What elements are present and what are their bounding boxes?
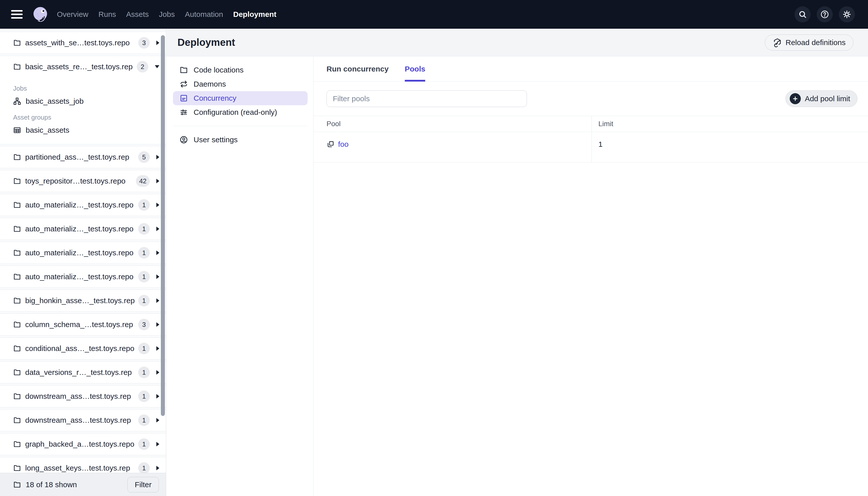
- asset-count-badge: 1: [138, 462, 150, 473]
- chevron-right-icon[interactable]: [156, 418, 159, 422]
- dagster-logo-icon[interactable]: [31, 5, 49, 24]
- nav-jobs[interactable]: Jobs: [159, 10, 175, 19]
- chevron-right-icon[interactable]: [156, 203, 159, 207]
- code-location-row[interactable]: assets_with_se…test.toys.repo 3: [0, 32, 166, 53]
- concurrency-tabs: Run concurrency Pools: [313, 57, 868, 81]
- chevron-right-icon[interactable]: [156, 370, 159, 375]
- concurrency-icon: [179, 94, 188, 103]
- nav-runs[interactable]: Runs: [98, 10, 116, 19]
- code-location-label: downstream_ass…test.toys.rep: [25, 416, 138, 424]
- chevron-right-icon[interactable]: [156, 394, 159, 399]
- primary-nav: Overview Runs Assets Jobs Automation Dep…: [57, 10, 277, 19]
- code-location-row[interactable]: long_asset_keys…test.toys.rep1: [0, 457, 166, 473]
- code-location-row[interactable]: downstream_ass…test.toys.rep1: [0, 409, 166, 431]
- chevron-right-icon[interactable]: [156, 155, 159, 159]
- sidebar-footer: 18 of 18 shown Filter: [0, 473, 166, 496]
- chevron-down-icon[interactable]: [155, 65, 159, 68]
- code-location-list: assets_with_se…test.toys.repo 3 basic_as…: [0, 29, 166, 473]
- nav-item-concurrency[interactable]: Concurrency: [173, 91, 307, 105]
- nav-assets[interactable]: Assets: [126, 10, 149, 19]
- code-location-row[interactable]: auto_materializ…_test.toys.repo1: [0, 194, 166, 216]
- chevron-right-icon[interactable]: [156, 298, 159, 303]
- chevron-right-icon[interactable]: [156, 227, 159, 231]
- asset-groups-section-title: Asset groups: [13, 113, 159, 121]
- code-location-row[interactable]: conditional_ass…_test.toys.repo1: [0, 338, 166, 359]
- daemons-icon: [179, 80, 188, 88]
- code-location-block: big_honkin_asse…_test.toys.rep1: [0, 290, 166, 312]
- code-location-row[interactable]: toys_repositor…test.toys.repo42: [0, 170, 166, 192]
- asset-sidebar: assets_with_se…test.toys.repo 3 basic_as…: [0, 29, 166, 496]
- asset-count-badge: 1: [138, 438, 150, 450]
- code-location-row[interactable]: data_versions_r…_test.toys.rep1: [0, 361, 166, 383]
- filter-button[interactable]: Filter: [127, 477, 159, 493]
- asset-count-badge: 42: [136, 175, 150, 187]
- user-icon: [179, 136, 188, 144]
- code-location-block: long_asset_keys…test.toys.rep1: [0, 457, 166, 473]
- nav-item-code-locations[interactable]: Code locations: [173, 63, 307, 77]
- add-pool-limit-button[interactable]: Add pool limit: [786, 90, 857, 107]
- nav-deployment[interactable]: Deployment: [233, 10, 277, 19]
- layers-icon: [327, 140, 334, 148]
- chevron-right-icon[interactable]: [156, 275, 159, 279]
- code-location-block: auto_materializ…_test.toys.repo1: [0, 266, 166, 288]
- reload-definitions-label: Reload definitions: [786, 38, 846, 47]
- code-location-row[interactable]: graph_backed_a…test.toys.repo1: [0, 433, 166, 455]
- asset-count-badge: 5: [138, 151, 150, 163]
- chevron-right-icon[interactable]: [156, 250, 159, 255]
- chevron-right-icon[interactable]: [156, 322, 159, 327]
- code-location-block: assets_with_se…test.toys.repo 3: [0, 32, 166, 54]
- code-location-row[interactable]: partitioned_ass…_test.toys.rep5: [0, 146, 166, 168]
- filter-pools-input[interactable]: [327, 90, 527, 107]
- folder-icon: [13, 392, 21, 400]
- nav-automation[interactable]: Automation: [185, 10, 223, 19]
- jobs-section-title: Jobs: [13, 84, 159, 92]
- help-button[interactable]: [817, 6, 833, 22]
- pool-link-foo[interactable]: foo: [327, 140, 349, 149]
- job-icon: [13, 97, 21, 105]
- folder-icon: [13, 249, 21, 257]
- code-location-row[interactable]: auto_materializ…_test.toys.repo1: [0, 218, 166, 240]
- code-location-label: toys_repositor…test.toys.repo: [25, 177, 136, 185]
- folder-icon: [13, 273, 21, 281]
- nav-item-configuration[interactable]: Configuration (read-only): [173, 105, 307, 119]
- sidebar-scrollbar[interactable]: [161, 35, 165, 416]
- asset-group-item[interactable]: basic_assets: [13, 123, 159, 137]
- code-location-row[interactable]: big_honkin_asse…_test.toys.rep1: [0, 290, 166, 311]
- pool-limit-value: 1: [591, 132, 868, 162]
- folder-icon: [13, 416, 21, 424]
- nav-item-user-settings[interactable]: User settings: [173, 133, 307, 147]
- add-pool-limit-label: Add pool limit: [805, 94, 850, 103]
- folder-icon: [13, 177, 21, 185]
- folder-icon: [13, 464, 21, 472]
- chevron-right-icon[interactable]: [156, 179, 159, 183]
- nav-item-daemons[interactable]: Daemons: [173, 77, 307, 91]
- tab-pools[interactable]: Pools: [405, 57, 425, 81]
- pool-name: foo: [338, 140, 349, 149]
- code-location-row[interactable]: downstream_ass…test.toys.rep1: [0, 386, 166, 407]
- code-location-block: data_versions_r…_test.toys.rep1: [0, 361, 166, 384]
- code-location-label: auto_materializ…_test.toys.repo: [25, 224, 138, 233]
- search-button[interactable]: [794, 6, 810, 22]
- chevron-right-icon[interactable]: [156, 442, 159, 446]
- folder-icon: [13, 201, 21, 209]
- reload-definitions-button[interactable]: Reload definitions: [765, 34, 854, 51]
- nav-overview[interactable]: Overview: [57, 10, 88, 19]
- asset-group-label: basic_assets: [26, 126, 69, 135]
- hamburger-menu-icon[interactable]: [11, 10, 23, 19]
- job-item[interactable]: basic_assets_job: [13, 94, 159, 108]
- tab-run-concurrency[interactable]: Run concurrency: [327, 57, 389, 81]
- top-nav-actions: [794, 6, 855, 22]
- code-location-row[interactable]: basic_assets_re…_test.toys.rep 2: [0, 56, 166, 78]
- folder-icon: [13, 481, 21, 489]
- settings-button[interactable]: [839, 6, 855, 22]
- chevron-right-icon[interactable]: [156, 466, 159, 470]
- chevron-right-icon[interactable]: [156, 41, 159, 45]
- code-location-row[interactable]: auto_materializ…_test.toys.repo1: [0, 242, 166, 264]
- code-location-block: auto_materializ…_test.toys.repo1: [0, 218, 166, 240]
- folder-icon: [13, 39, 21, 47]
- concurrency-content: Run concurrency Pools Add pool limit Poo…: [313, 57, 868, 496]
- code-location-row[interactable]: auto_materializ…_test.toys.repo1: [0, 266, 166, 288]
- code-location-row[interactable]: column_schema_…test.toys.rep3: [0, 314, 166, 335]
- folder-icon: [13, 321, 21, 329]
- chevron-right-icon[interactable]: [156, 346, 159, 351]
